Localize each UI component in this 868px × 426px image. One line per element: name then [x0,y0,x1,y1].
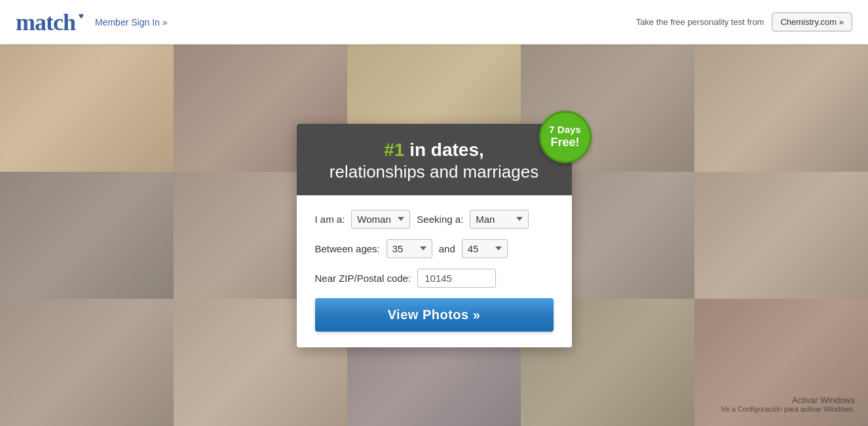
i-am-a-select[interactable]: Man Woman [351,210,410,229]
age-from-select[interactable]: 18253035404550 [387,239,432,258]
photo-cell-6 [0,172,174,299]
site-logo: match [16,9,75,36]
photo-overlay-1 [0,45,174,172]
seeking-a-select[interactable]: Man Woman [470,210,529,229]
zip-input[interactable] [417,269,496,288]
form-row-gender: I am a: Man Woman Seeking a: Man Woman [315,210,554,229]
header-right: Take the free personality test from Chem… [636,12,852,31]
modal-body: I am a: Man Woman Seeking a: Man Woman B… [297,195,572,347]
seven-days-free-badge[interactable]: 7 Days Free! [539,111,592,163]
seeking-a-label: Seeking a: [417,214,463,225]
form-row-ages: Between ages: 18253035404550 and 2530354… [315,239,554,258]
photo-overlay-11 [0,299,174,426]
watermark-line1: Activar Windows [721,395,855,405]
activate-watermark: Activar Windows Ve a Configuración para … [721,395,855,413]
modal-subtitle: relationships and marriages [315,162,554,182]
modal-header: #1 in dates, relationships and marriages… [297,124,572,195]
between-ages-label: Between ages: [315,243,380,254]
watermark-line2: Ve a Configuración para activar Windows. [721,405,855,413]
personality-test-text: Take the free personality test from [636,17,764,27]
and-label: and [439,243,455,254]
search-modal: #1 in dates, relationships and marriages… [297,124,572,347]
photo-overlay-6 [0,172,174,299]
age-to-select[interactable]: 25303540455060 [462,239,508,258]
modal-title-number: #1 [384,140,404,160]
logo-text: match [16,9,75,35]
i-am-a-label: I am a: [315,214,345,225]
modal-title-rest: in dates, [404,140,483,160]
zip-label: Near ZIP/Postal code: [315,273,411,284]
photo-overlay-10 [694,172,868,299]
form-row-zip: Near ZIP/Postal code: [315,269,554,288]
member-signin-link[interactable]: Member Sign In » [95,17,168,28]
photo-overlay-5 [694,45,868,172]
photo-cell-10 [694,172,868,299]
photo-cell-1 [0,45,174,172]
badge-free-text: Free! [550,136,579,150]
view-photos-button[interactable]: View Photos » [315,298,554,332]
site-header: match Member Sign In » Take the free per… [0,0,868,45]
photo-cell-11 [0,299,174,426]
photo-cell-5 [694,45,868,172]
badge-days-text: 7 Days [549,124,580,136]
modal-tagline: #1 in dates, [315,140,554,161]
chemistry-button[interactable]: Chemistry.com » [772,12,852,31]
